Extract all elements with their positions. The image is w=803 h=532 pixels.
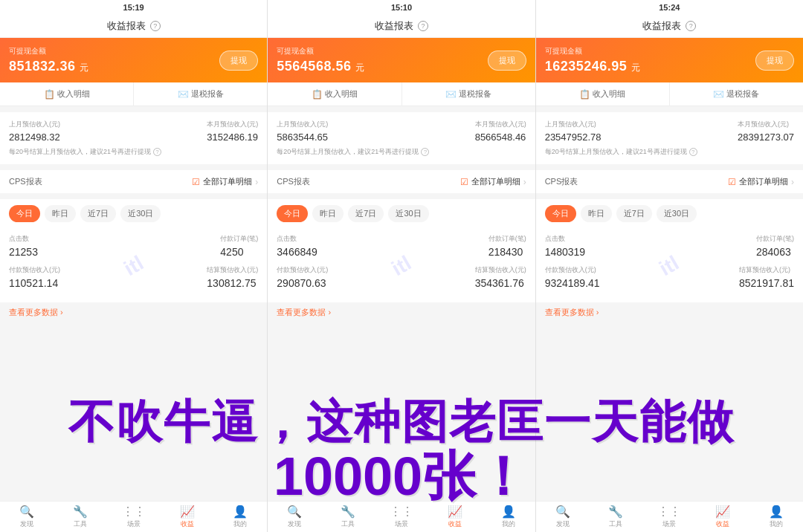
nav-item-我的-1[interactable]: 👤 我的	[213, 506, 267, 529]
nav-item-场景-1[interactable]: ⋮⋮ 场景	[107, 506, 161, 529]
nav-label-发现-2: 发现	[288, 519, 301, 529]
stats-section-2: 上月预估收入(元) 5863544.65 本月预估收入(元) 8566548.4…	[268, 112, 535, 164]
clicks-label-3: 点击数	[545, 234, 586, 244]
nav-item-发现-2[interactable]: 🔍 发现	[268, 506, 321, 529]
pay-estimate-label-3: 付款预估收入(元)	[545, 265, 600, 275]
this-month-stat-2: 本月预估收入(元) 8566548.46	[475, 120, 526, 143]
nav-item-场景-3[interactable]: ⋮⋮ 场景	[642, 506, 696, 529]
period-tab-近30日-1[interactable]: 近30日	[120, 205, 161, 222]
last-month-value-1: 2812498.32	[9, 132, 60, 143]
question-icon-1[interactable]: ?	[150, 21, 161, 31]
nav-label-我的-3: 我的	[770, 519, 783, 529]
data-grid-row1-1: 点击数 21253 付款订单(笔) 4250	[9, 234, 258, 258]
nav-item-收益-1[interactable]: 📈 收益	[161, 506, 214, 529]
last-month-stat-1: 上月预估收入(元) 2812498.32	[9, 120, 60, 143]
withdraw-btn-2[interactable]: 提现	[488, 51, 526, 71]
question-icon-2[interactable]: ?	[418, 21, 428, 31]
cps-link-text-1: 全部订单明细	[203, 176, 252, 187]
income-icon-1: 📋	[44, 89, 55, 100]
check-icon-2: ☑	[460, 177, 468, 187]
cps-link-1[interactable]: ☑ 全部订单明细 ›	[192, 176, 258, 187]
tab-income-3[interactable]: 📋 收入明细	[536, 82, 670, 106]
cps-link-2[interactable]: ☑ 全部订单明细 ›	[460, 176, 526, 187]
settle-estimate-value-1: 130812.75	[207, 277, 258, 289]
period-tab-今日-3[interactable]: 今日	[545, 205, 576, 222]
period-tab-近7日-3[interactable]: 近7日	[616, 205, 652, 222]
nav-item-发现-3[interactable]: 🔍 发现	[536, 506, 590, 529]
header-1: 收益报表 ?	[0, 15, 267, 38]
banner-amount-1: 851832.36 元	[9, 59, 89, 74]
more-data-3[interactable]: 查看更多数据 ›	[536, 302, 803, 322]
time-2: 15:10	[391, 3, 412, 12]
nav-icon-发现-3: 🔍	[555, 506, 570, 518]
arrow-right-icon-1: ›	[255, 177, 258, 187]
period-tab-近7日-1[interactable]: 近7日	[80, 205, 116, 222]
orders-value-1: 4250	[220, 246, 258, 258]
cps-label-2: CPS报表	[277, 176, 310, 187]
pay-estimate-value-1: 110521.14	[9, 277, 60, 289]
tab-tax-1[interactable]: ✉️ 退税报备	[134, 82, 267, 106]
notice-text-1: 每20号结算上月预估收入，建议21号再进行提现 ?	[9, 147, 258, 157]
period-tab-近30日-2[interactable]: 近30日	[388, 205, 428, 222]
period-tabs-2: 今日 昨日 近7日 近30日	[268, 199, 535, 228]
nav-item-我的-2[interactable]: 👤 我的	[482, 506, 535, 529]
check-icon-1: ☑	[192, 177, 200, 187]
this-month-stat-3: 本月预估收入(元) 28391273.07	[738, 120, 794, 143]
cps-section-3: CPS报表 ☑ 全部订单明细 ›	[536, 170, 803, 193]
nav-item-收益-2[interactable]: 📈 收益	[428, 506, 482, 529]
nav-item-我的-3[interactable]: 👤 我的	[749, 506, 803, 529]
period-tab-近30日-3[interactable]: 近30日	[657, 205, 697, 222]
settle-estimate-value-3: 8521917.81	[739, 277, 794, 289]
settle-estimate-label-2: 结算预估收入(元)	[475, 265, 526, 275]
withdraw-btn-1[interactable]: 提现	[219, 51, 258, 71]
banner-left-3: 可提现金额 16235246.95 元	[545, 46, 641, 74]
settle-estimate-cell-2: 结算预估收入(元) 354361.76	[475, 265, 526, 289]
period-tab-近7日-2[interactable]: 近7日	[348, 205, 384, 222]
period-tab-昨日-2[interactable]: 昨日	[312, 205, 344, 222]
tab-income-2[interactable]: 📋 收入明细	[268, 82, 402, 106]
last-month-label-1: 上月预估收入(元)	[9, 120, 60, 129]
pay-estimate-label-1: 付款预估收入(元)	[9, 265, 60, 275]
more-data-1[interactable]: 查看更多数据 ›	[0, 302, 267, 322]
nav-label-工具-1: 工具	[74, 519, 87, 529]
tab-income-label-2: 收入明细	[325, 88, 358, 100]
clicks-cell-3: 点击数 1480319	[545, 234, 586, 258]
nav-icon-场景-3: ⋮⋮	[657, 506, 681, 518]
last-month-label-3: 上月预估收入(元)	[545, 120, 602, 129]
nav-item-发现-1[interactable]: 🔍 发现	[0, 506, 54, 529]
nav-item-场景-2[interactable]: ⋮⋮ 场景	[375, 506, 428, 529]
tab-income-label-1: 收入明细	[57, 88, 90, 100]
tab-tax-3[interactable]: ✉️ 退税报备	[670, 82, 803, 106]
cps-link-3[interactable]: ☑ 全部订单明细 ›	[728, 176, 794, 187]
nav-item-工具-2[interactable]: 🔧 工具	[321, 506, 375, 529]
nav-icon-收益-2: 📈	[448, 506, 462, 518]
notice-text-3: 每20号结算上月预估收入，建议21号再进行提现 ?	[545, 147, 794, 157]
period-tab-今日-1[interactable]: 今日	[9, 205, 40, 222]
withdraw-btn-3[interactable]: 提现	[755, 51, 794, 71]
cps-section-1: CPS报表 ☑ 全部订单明细 ›	[0, 170, 267, 193]
period-tab-昨日-3[interactable]: 昨日	[581, 205, 612, 222]
period-tabs-1: 今日 昨日 近7日 近30日	[0, 199, 267, 228]
last-month-value-2: 5863544.65	[277, 132, 328, 143]
stats-row-1: 上月预估收入(元) 2812498.32 本月预估收入(元) 3152486.1…	[9, 120, 258, 143]
nav-label-我的-1: 我的	[233, 519, 247, 529]
nav-icon-我的-1: 👤	[233, 506, 248, 518]
banner-left-1: 可提现金额 851832.36 元	[9, 46, 89, 74]
this-month-label-2: 本月预估收入(元)	[475, 120, 526, 129]
period-tab-今日-2[interactable]: 今日	[277, 205, 308, 222]
this-month-stat-1: 本月预估收入(元) 3152486.19	[207, 120, 258, 143]
nav-item-收益-3[interactable]: 📈 收益	[696, 506, 749, 529]
tax-icon-2: ✉️	[445, 89, 457, 100]
more-data-2[interactable]: 查看更多数据 ›	[268, 302, 535, 322]
tab-tax-label-2: 退税报备	[459, 88, 491, 100]
question-icon-3[interactable]: ?	[686, 21, 696, 31]
tab-income-1[interactable]: 📋 收入明细	[0, 82, 134, 106]
time-3: 15:24	[659, 3, 680, 12]
banner-amount-2: 5564568.56 元	[277, 59, 364, 74]
arrow-right-icon-3: ›	[791, 177, 794, 187]
period-tab-昨日-1[interactable]: 昨日	[45, 205, 76, 222]
nav-item-工具-1[interactable]: 🔧 工具	[54, 506, 107, 529]
status-bar-1: 15:19	[0, 0, 267, 15]
nav-item-工具-3[interactable]: 🔧 工具	[590, 506, 643, 529]
tab-tax-2[interactable]: ✉️ 退税报备	[402, 82, 535, 106]
